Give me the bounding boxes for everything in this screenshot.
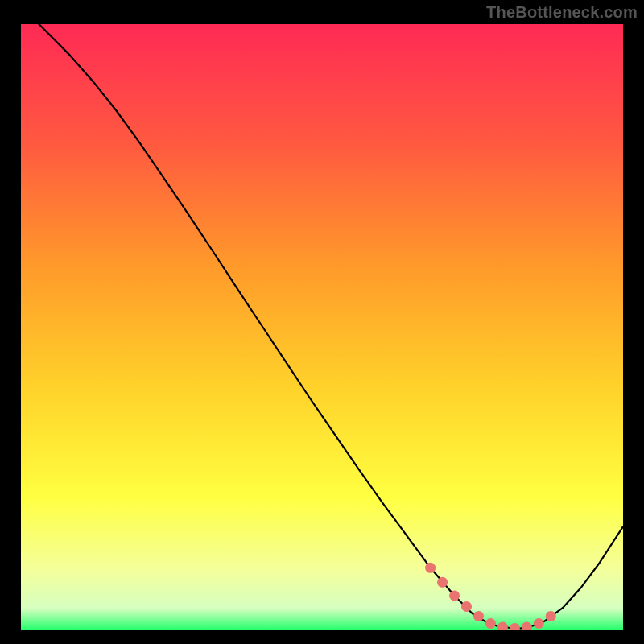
highlight-marker (425, 563, 436, 573)
chart-frame: TheBottleneck.com (0, 0, 644, 644)
highlight-marker (473, 611, 484, 621)
plot-area (21, 24, 623, 630)
highlight-marker (437, 577, 448, 588)
watermark-text: TheBottleneck.com (486, 3, 638, 22)
highlight-marker (546, 611, 556, 621)
chart-svg (21, 24, 623, 630)
highlight-marker (449, 590, 460, 601)
gradient-background (21, 24, 623, 630)
highlight-marker (534, 618, 544, 629)
highlight-marker (485, 618, 496, 629)
highlight-marker (461, 601, 472, 612)
